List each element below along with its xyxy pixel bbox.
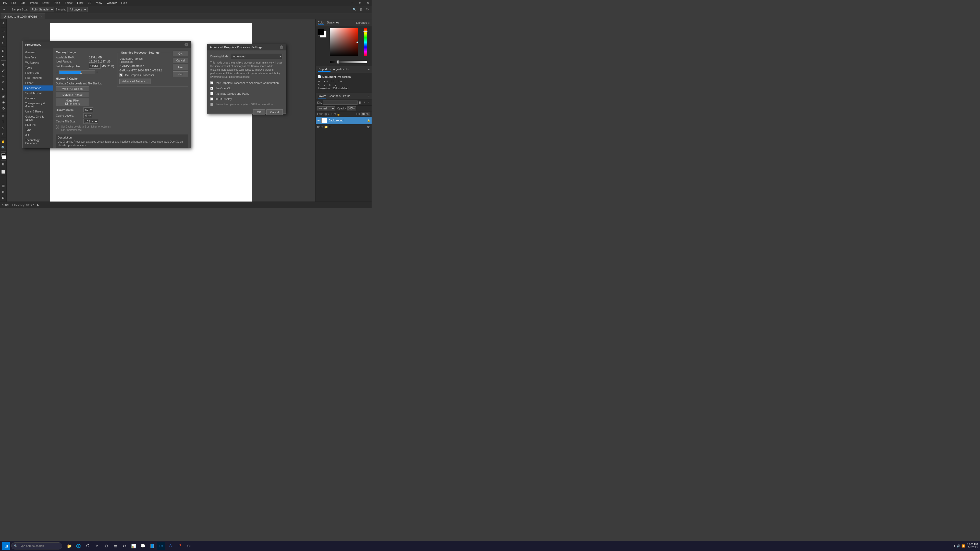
- screen-mode-button[interactable]: ⬜: [0, 169, 6, 175]
- rotate-icon[interactable]: ↻: [365, 7, 370, 12]
- foreground-color-swatch[interactable]: [318, 29, 325, 35]
- color-tab[interactable]: Color: [318, 21, 325, 25]
- menu-help[interactable]: Help: [119, 1, 129, 5]
- use-opencl-checkbox[interactable]: [210, 87, 213, 90]
- layers-search-input[interactable]: [323, 100, 358, 105]
- adjustments-tab[interactable]: Adjustments: [333, 67, 348, 72]
- pref-nav-type[interactable]: Type: [23, 127, 53, 132]
- advanced-settings-button[interactable]: Advanced Settings...: [119, 79, 151, 84]
- arrow-icon[interactable]: ▶: [37, 203, 39, 206]
- maximize-button[interactable]: □: [356, 0, 364, 6]
- shape-tool[interactable]: □: [0, 131, 6, 137]
- pref-nav-file-handling[interactable]: File Handling: [23, 75, 53, 80]
- pref-nav-units-rulers[interactable]: Units & Rulers: [23, 109, 53, 114]
- slider-plus-icon[interactable]: +: [96, 70, 98, 74]
- move-tool[interactable]: ✛: [0, 21, 6, 26]
- close-button[interactable]: ✕: [364, 0, 372, 6]
- menu-window[interactable]: Window: [105, 1, 119, 5]
- pref-nav-export[interactable]: Export: [23, 80, 53, 86]
- filter-shape-icon[interactable]: □: [371, 101, 372, 104]
- menu-view[interactable]: View: [94, 1, 104, 5]
- slider-minus-icon[interactable]: −: [56, 70, 58, 74]
- menu-3d[interactable]: 3D: [86, 1, 94, 5]
- brush-tool[interactable]: 🖌: [0, 68, 6, 73]
- huge-pixel-button[interactable]: Huge Pixel Dimensions: [56, 98, 89, 106]
- adv-gpu-cancel-button[interactable]: Cancel: [266, 110, 283, 115]
- memory-input[interactable]: [89, 64, 100, 68]
- pref-nav-plugins[interactable]: Plug-Ins: [23, 122, 53, 127]
- lock-position-icon[interactable]: ✛: [331, 113, 333, 116]
- opacity-input[interactable]: [347, 106, 356, 110]
- tab-close-button[interactable]: ✕: [40, 15, 42, 18]
- apps-icon[interactable]: ▦: [358, 7, 363, 12]
- pref-nav-guides[interactable]: Guides, Grid & Slices: [23, 114, 53, 122]
- pref-nav-tech-previews[interactable]: Technology Previews: [23, 138, 53, 146]
- pref-nav-interface[interactable]: Interface: [23, 55, 53, 60]
- channels-tab[interactable]: Channels: [329, 94, 340, 98]
- swatches-tab[interactable]: Swatches: [327, 21, 339, 25]
- paths-tab[interactable]: Paths: [343, 94, 350, 98]
- lock-transparent-icon[interactable]: ▦: [325, 113, 327, 116]
- pref-nav-history-log[interactable]: History Log: [23, 70, 53, 75]
- pen-tool[interactable]: ✏: [0, 113, 6, 119]
- color-slider[interactable]: [330, 61, 367, 63]
- pref-nav-cursors[interactable]: Cursors: [23, 96, 53, 101]
- sample-size-select[interactable]: Point Sample: [30, 7, 54, 12]
- minimize-button[interactable]: ─: [348, 0, 356, 6]
- pref-nav-performance[interactable]: Performance: [23, 86, 53, 91]
- menu-filter[interactable]: Filter: [75, 1, 85, 5]
- menu-file[interactable]: File: [10, 1, 18, 5]
- layer-visibility-icon[interactable]: 👁: [317, 119, 320, 122]
- 30-bit-checkbox[interactable]: [210, 97, 213, 100]
- cache-tile-select[interactable]: 1024K: [83, 119, 98, 124]
- bg-color-swatch[interactable]: [2, 156, 6, 159]
- search-icon[interactable]: 🔍: [352, 7, 357, 12]
- healing-tool[interactable]: ⊕: [0, 62, 6, 67]
- filter-pixel-icon[interactable]: 🖼: [358, 101, 362, 104]
- pref-nav-general[interactable]: General: [23, 50, 53, 55]
- layers-tab[interactable]: Layers: [318, 94, 326, 98]
- menu-select[interactable]: Select: [62, 1, 75, 5]
- create-layer-button[interactable]: +: [329, 125, 331, 129]
- menu-type[interactable]: Type: [52, 1, 62, 5]
- menu-image[interactable]: Image: [28, 1, 40, 5]
- zoom-tool[interactable]: 🔍: [0, 145, 6, 151]
- cache-levels-select[interactable]: 6: [83, 113, 92, 118]
- menu-layer[interactable]: Layer: [40, 1, 52, 5]
- lock-all-icon[interactable]: 🔒: [337, 113, 340, 116]
- path-select-tool[interactable]: ▷: [0, 125, 6, 131]
- eyedropper-tool[interactable]: ✒: [0, 54, 6, 59]
- delete-layer-button[interactable]: 🗑: [367, 125, 370, 129]
- menu-edit[interactable]: Edit: [18, 1, 27, 5]
- blend-mode-select[interactable]: Normal: [317, 106, 335, 110]
- create-group-button[interactable]: 📁: [324, 125, 328, 129]
- crop-tool[interactable]: ⊡: [0, 48, 6, 54]
- drawing-mode-select[interactable]: Advanced Normal Basic: [231, 54, 283, 59]
- panel-menu-icon[interactable]: ≡: [368, 21, 369, 24]
- use-gpu-checkbox[interactable]: [119, 73, 123, 76]
- memory-slider[interactable]: [59, 70, 95, 74]
- add-mask-button[interactable]: ⊡: [321, 125, 323, 129]
- pref-nav-scratch-disks[interactable]: Scratch Disks: [23, 91, 53, 96]
- sample-select[interactable]: All Layers: [67, 7, 88, 12]
- history-states-select[interactable]: 50: [83, 107, 94, 112]
- adv-gpu-ok-button[interactable]: OK: [253, 110, 265, 115]
- dodge-tool[interactable]: ◔: [0, 105, 6, 111]
- tool-extra-3[interactable]: ⊟: [0, 195, 6, 201]
- properties-panel-menu-icon[interactable]: ≡: [368, 68, 369, 71]
- properties-tab[interactable]: Properties: [318, 67, 331, 72]
- gradient-tool[interactable]: ▣: [0, 94, 6, 99]
- color-spectrum-strip[interactable]: [364, 28, 367, 56]
- document-tab[interactable]: Untitled-1 @ 100% (RGB/8) ✕: [1, 14, 45, 19]
- anti-alias-checkbox[interactable]: [210, 92, 213, 95]
- libraries-label[interactable]: Libraries: [356, 21, 367, 24]
- add-adjustment-layer-button[interactable]: fx: [317, 125, 320, 129]
- default-photos-button[interactable]: Default / Photos: [56, 92, 89, 97]
- tool-extra-2[interactable]: ⊞: [0, 189, 6, 195]
- history-brush-tool[interactable]: ⟳: [0, 79, 6, 85]
- marquee-tool[interactable]: ⬚: [0, 28, 6, 34]
- accelerate-computation-checkbox[interactable]: [210, 81, 213, 84]
- background-layer-item[interactable]: 👁 Background 🔒: [316, 117, 372, 124]
- prefs-close-button[interactable]: ✕: [185, 43, 188, 46]
- lock-artboard-icon[interactable]: ⊡: [334, 113, 336, 116]
